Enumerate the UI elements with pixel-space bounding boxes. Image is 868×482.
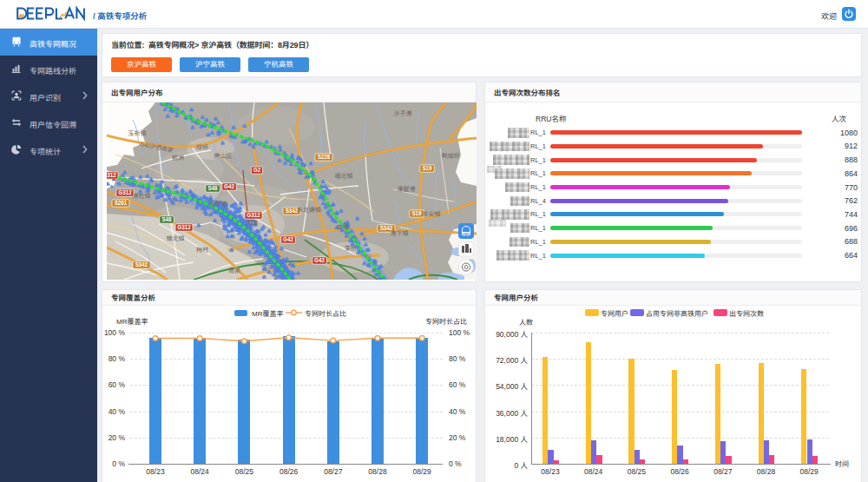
svg-text:G42: G42 (283, 236, 293, 242)
svg-text:南泉: 南泉 (228, 266, 240, 274)
svg-text:S19: S19 (422, 165, 432, 171)
svg-text:东北塘镇: 东北塘镇 (297, 205, 321, 214)
svg-text:G42: G42 (314, 257, 325, 263)
svg-text:S19: S19 (411, 210, 422, 216)
svg-text:G312: G312 (118, 189, 132, 195)
svg-text:G2: G2 (253, 167, 261, 173)
svg-text:G312: G312 (107, 172, 116, 178)
svg-text:港下镇: 港下镇 (391, 228, 409, 237)
svg-text:羊尖镇: 羊尖镇 (423, 209, 441, 218)
svg-text:G312: G312 (177, 224, 191, 230)
svg-text:刘潭: 刘潭 (246, 218, 258, 227)
svg-text:运埠港: 运埠港 (209, 199, 227, 208)
svg-text:潘墅港: 潘墅港 (398, 184, 416, 193)
svg-text:S48: S48 (161, 216, 172, 222)
svg-text:S261: S261 (115, 200, 128, 206)
svg-text:S48: S48 (207, 185, 218, 191)
svg-text:锡北镇: 锡北镇 (167, 234, 185, 242)
svg-text:缪桥: 缪桥 (196, 142, 208, 151)
svg-text:S228: S228 (318, 154, 331, 160)
svg-text:S342: S342 (135, 261, 148, 267)
svg-text:前洲: 前洲 (172, 153, 184, 162)
svg-text:唐山区: 唐山区 (214, 151, 233, 160)
svg-text:鸭城桥: 鸭城桥 (442, 151, 460, 160)
svg-text:G42: G42 (224, 183, 234, 189)
svg-text:港杜镇: 港杜镇 (133, 191, 151, 200)
svg-text:玉祈镇: 玉祈镇 (128, 129, 147, 137)
svg-text:福北镇: 福北镇 (335, 171, 353, 180)
svg-text:安镇: 安镇 (337, 222, 349, 231)
svg-text:梅村: 梅村 (196, 245, 208, 254)
svg-text:查桥: 查桥 (345, 243, 357, 252)
svg-text:沙子港: 沙子港 (394, 109, 412, 117)
